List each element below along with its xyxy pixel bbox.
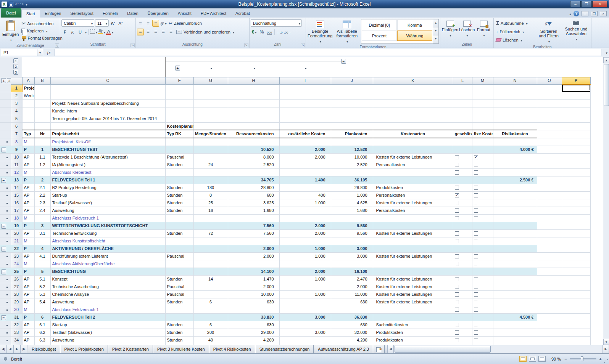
checkbox-L32-unchecked[interactable] — [455, 323, 459, 327]
checkbox-L16-unchecked[interactable] — [455, 201, 459, 205]
checkbox-L33-unchecked[interactable] — [455, 330, 459, 335]
cell-K12[interactable] — [373, 169, 453, 176]
cell-P24[interactable] — [562, 260, 590, 268]
cell-M23[interactable] — [472, 253, 493, 260]
cell-B2[interactable] — [34, 92, 50, 99]
row-header-11[interactable]: 11 — [11, 161, 22, 169]
cell-N12[interactable] — [493, 169, 537, 176]
cell-J17[interactable]: 1.680 — [331, 207, 373, 215]
cell-O29[interactable] — [537, 298, 562, 306]
cell-M29[interactable] — [472, 298, 493, 306]
cell-A32[interactable]: AP — [22, 321, 34, 329]
cell-F25[interactable] — [165, 268, 193, 276]
ribbon-tab-formeln[interactable]: Formeln — [98, 9, 122, 18]
cell-A21[interactable]: M — [22, 237, 34, 245]
cell-N26[interactable] — [493, 276, 537, 283]
cell-M20[interactable] — [472, 230, 493, 237]
cell-P20[interactable] — [562, 230, 590, 237]
cell-L18[interactable] — [453, 215, 472, 222]
row-header-24[interactable]: 24 — [11, 260, 22, 268]
cell-F30[interactable] — [165, 306, 193, 314]
cell-G27[interactable] — [193, 283, 228, 291]
merge-center-button[interactable]: Verbinden und zentrieren — [175, 28, 235, 35]
number-format-select[interactable]: Buchhaltung — [251, 19, 302, 27]
cell-A5[interactable] — [22, 115, 34, 122]
insert-cells-button[interactable]: Einfügen — [442, 19, 458, 41]
cell-B19[interactable]: 3 — [34, 222, 50, 230]
cell-H17[interactable]: 1.680 — [228, 207, 279, 215]
cell-F1[interactable] — [165, 84, 193, 92]
checkbox-M18-unchecked[interactable] — [474, 216, 478, 220]
cell-P4[interactable] — [562, 107, 590, 115]
cut-button[interactable]: Ausschneiden — [20, 20, 63, 27]
cell-P16[interactable] — [562, 199, 590, 207]
cell-A28[interactable]: AP — [22, 291, 34, 298]
gallery-scroll-down-icon[interactable]: ▼ — [433, 27, 438, 35]
cell-B1[interactable] — [34, 84, 50, 92]
macro-record-icon[interactable] — [4, 357, 7, 361]
cell-J22[interactable]: 3.000 — [331, 245, 373, 253]
cell-M8[interactable] — [472, 138, 493, 146]
cell-P11[interactable] — [562, 161, 590, 169]
cell-P30[interactable] — [562, 306, 590, 314]
cell-P22[interactable] — [562, 245, 590, 253]
cell-L9[interactable] — [453, 146, 472, 154]
cell-C10[interactable]: Testcycle 1 Beschichtung (Alterungstest) — [50, 154, 165, 161]
cell-A29[interactable]: AP — [22, 298, 34, 306]
cell-P5[interactable] — [562, 115, 590, 122]
cell-O2[interactable] — [537, 92, 562, 99]
cell-M25[interactable] — [472, 268, 493, 276]
cell-L25[interactable] — [453, 268, 472, 276]
cell-G1[interactable] — [193, 84, 228, 92]
ribbon-tab-einfügen[interactable]: Einfügen — [40, 9, 66, 18]
style-gallery-item[interactable]: Währung — [397, 30, 432, 41]
cell-M1[interactable] — [472, 84, 493, 92]
cell-N13[interactable]: 2.500 € — [493, 176, 537, 184]
cell-C30[interactable]: Abschluss Feldversuch 1 — [50, 306, 165, 314]
cell-H33[interactable]: 29.000 — [228, 329, 279, 337]
checkbox-L15-checked[interactable] — [455, 193, 459, 197]
zoom-out-icon[interactable]: − — [563, 357, 568, 361]
cell-B14[interactable]: 2.1 — [34, 184, 50, 192]
cell-F2[interactable] — [165, 92, 193, 99]
row-header-19[interactable]: 19 — [11, 222, 22, 230]
page-layout-view-button[interactable] — [529, 356, 536, 362]
cell-L26[interactable] — [453, 276, 472, 283]
sheet-tab-pivot-4-risikokosten[interactable]: Pivot 4 Risikokosten — [209, 345, 255, 353]
cell-B9[interactable]: 1 — [34, 146, 50, 154]
cell-K9[interactable] — [373, 146, 453, 154]
cell-P7[interactable] — [562, 130, 590, 138]
cell-F4[interactable] — [165, 107, 193, 115]
format-painter-button[interactable]: Format übertragen — [20, 34, 63, 42]
cell-K19[interactable] — [373, 222, 453, 230]
align-top-button[interactable] — [137, 20, 144, 27]
fill-color-button[interactable] — [98, 29, 105, 35]
comma-style-button[interactable] — [266, 29, 273, 35]
cell-F33[interactable]: Stunden — [165, 329, 193, 337]
cell-M27[interactable] — [472, 283, 493, 291]
cell-C34[interactable]: Auswertung — [50, 337, 165, 344]
cell-I11[interactable] — [279, 161, 331, 169]
cell-P6[interactable] — [562, 122, 590, 130]
cell-J10[interactable]: 10.000 — [331, 154, 373, 161]
cell-P10[interactable] — [562, 154, 590, 161]
cell-K27[interactable]: Kosten für externe Leistungen — [373, 283, 453, 291]
cell-N31[interactable]: 4.500 € — [493, 314, 537, 321]
column-outline-level-2[interactable]: 2 — [13, 64, 18, 69]
cell-C31[interactable]: FELDVERSUCH Teil 2 — [50, 314, 165, 321]
cell-J25[interactable]: 16.100 — [331, 268, 373, 276]
decrease-font-size-button[interactable] — [117, 20, 124, 27]
cell-M2[interactable] — [472, 92, 493, 99]
cell-G7[interactable]: Menge/Stunden — [193, 130, 228, 138]
scroll-left-icon[interactable] — [387, 345, 394, 353]
cell-F28[interactable]: Pauschal — [165, 291, 193, 298]
cell-P34[interactable] — [562, 337, 590, 344]
cell-H5[interactable] — [228, 115, 279, 122]
row-header-28[interactable]: 28 — [11, 291, 22, 298]
checkbox-M28-unchecked[interactable] — [474, 292, 478, 297]
checkbox-L26-unchecked[interactable] — [455, 277, 459, 281]
align-center-button[interactable] — [145, 29, 151, 35]
cell-K15[interactable]: Personalkosten — [373, 192, 453, 199]
previous-sheet-icon[interactable] — [7, 345, 14, 353]
cell-N25[interactable] — [493, 268, 537, 276]
